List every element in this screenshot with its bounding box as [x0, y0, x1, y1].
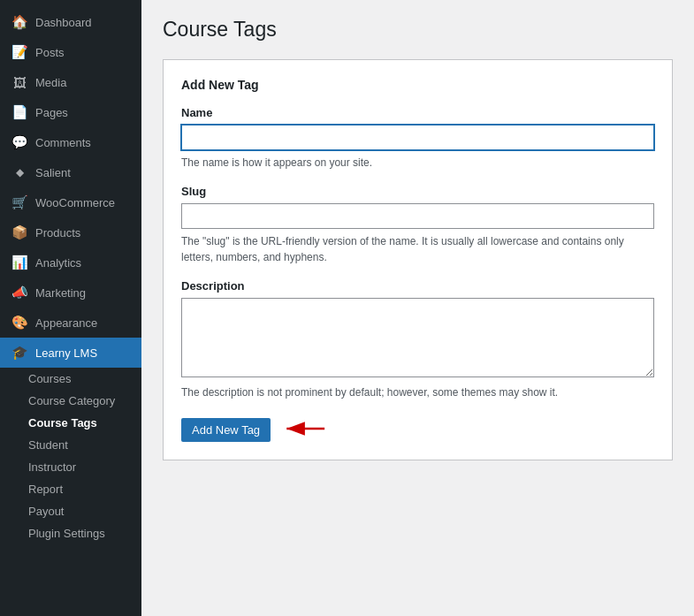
analytics-icon: 📊 — [11, 254, 28, 271]
sidebar-item-label: Marketing — [35, 286, 131, 300]
dashboard-icon: 🏠 — [11, 13, 28, 31]
description-hint: The description is not prominent by defa… — [181, 384, 654, 400]
submenu-item-instructor[interactable]: Instructor — [0, 456, 141, 478]
sidebar-item-label: Analytics — [35, 256, 131, 270]
media-icon: 🖼 — [11, 73, 28, 91]
sidebar-item-comments[interactable]: 💬 Comments — [0, 127, 141, 157]
sidebar-item-salient[interactable]: ◆ Salient — [0, 157, 141, 187]
sidebar-item-label: Learny LMS — [35, 346, 131, 360]
name-input[interactable] — [181, 125, 654, 150]
sidebar-item-appearance[interactable]: 🎨 Appearance — [0, 308, 141, 338]
submenu-item-student[interactable]: Student — [0, 434, 141, 456]
appearance-icon: 🎨 — [11, 314, 28, 331]
sidebar-item-label: Dashboard — [35, 16, 131, 29]
salient-icon: ◆ — [11, 164, 28, 181]
sidebar-item-label: Pages — [35, 106, 131, 119]
description-label: Description — [181, 279, 654, 293]
sidebar-item-woocommerce[interactable]: 🛒 WooCommerce — [0, 187, 141, 217]
sidebar-item-posts[interactable]: 📝 Posts — [0, 37, 141, 67]
sidebar-item-label: Comments — [35, 136, 131, 149]
sidebar-item-analytics[interactable]: 📊 Analytics — [0, 247, 141, 278]
sidebar-item-products[interactable]: 📦 Products — [0, 217, 141, 247]
woocommerce-icon: 🛒 — [11, 194, 28, 211]
comments-icon: 💬 — [11, 133, 28, 151]
name-field-group: Name The name is how it appears on your … — [181, 106, 654, 171]
sidebar-item-label: Products — [35, 226, 131, 240]
submenu-item-report[interactable]: Report — [0, 478, 141, 500]
posts-icon: 📝 — [11, 43, 28, 61]
sidebar-item-media[interactable]: 🖼 Media — [0, 67, 141, 97]
sidebar-item-label: Media — [35, 76, 131, 89]
description-field-group: Description The description is not promi… — [181, 279, 654, 400]
description-textarea[interactable] — [181, 298, 654, 377]
sidebar-item-learny-lms[interactable]: 🎓 Learny LMS — [0, 338, 141, 368]
sidebar-item-label: WooCommerce — [35, 196, 131, 209]
pages-icon: 📄 — [11, 103, 28, 121]
slug-label: Slug — [181, 185, 654, 198]
name-label: Name — [181, 106, 654, 119]
sidebar-item-label: Appearance — [35, 316, 131, 330]
learny-lms-icon: 🎓 — [11, 344, 28, 361]
sidebar-item-label: Posts — [35, 46, 131, 59]
products-icon: 📦 — [11, 224, 28, 241]
submenu-item-courses[interactable]: Courses — [0, 368, 141, 390]
arrow-annotation — [278, 418, 331, 439]
sidebar-item-pages[interactable]: 📄 Pages — [0, 97, 141, 127]
slug-hint: The "slug" is the URL-friendly version o… — [181, 233, 654, 265]
slug-field-group: Slug The "slug" is the URL-friendly vers… — [181, 185, 654, 265]
form-section-title: Add New Tag — [181, 78, 654, 92]
submenu-item-plugin-settings[interactable]: Plugin Settings — [0, 522, 141, 544]
add-new-tag-button[interactable]: Add New Tag — [181, 418, 271, 442]
add-tag-panel: Add New Tag Name The name is how it appe… — [163, 59, 673, 460]
submenu-item-course-category[interactable]: Course Category — [0, 390, 141, 412]
submenu-item-course-tags[interactable]: Course Tags — [0, 412, 141, 434]
slug-input[interactable] — [181, 203, 654, 229]
sidebar: 🏠 Dashboard 📝 Posts 🖼 Media 📄 Pages 💬 Co… — [0, 0, 141, 616]
main-content: Course Tags Add New Tag Name The name is… — [141, 0, 694, 616]
page-title: Course Tags — [163, 18, 673, 42]
submenu-item-payout[interactable]: Payout — [0, 500, 141, 522]
name-hint: The name is how it appears on your site. — [181, 155, 654, 171]
sidebar-item-marketing[interactable]: 📣 Marketing — [0, 278, 141, 308]
sidebar-item-label: Salient — [35, 166, 131, 179]
marketing-icon: 📣 — [11, 284, 28, 301]
sidebar-item-dashboard[interactable]: 🏠 Dashboard — [0, 7, 141, 37]
